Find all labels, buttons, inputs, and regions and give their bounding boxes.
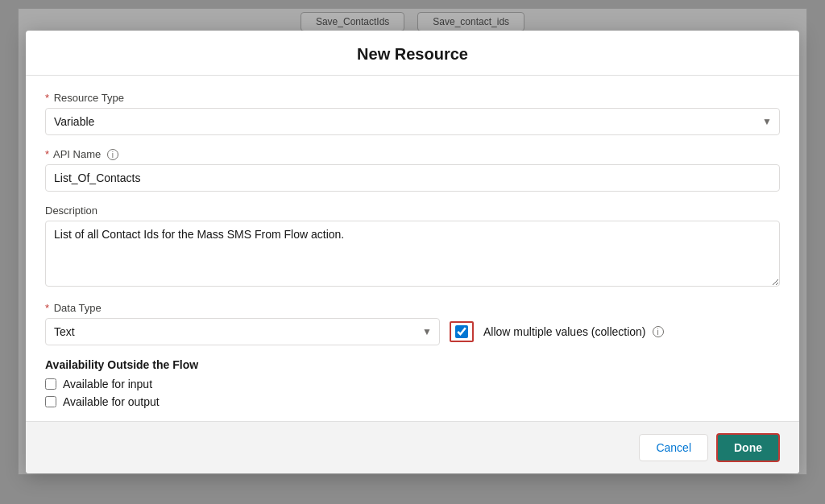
resource-type-required: * xyxy=(45,92,49,104)
data-type-row: Text Number Currency Boolean Date DateTi… xyxy=(45,318,780,345)
data-type-label: * Data Type xyxy=(45,302,780,314)
collection-checkbox[interactable] xyxy=(455,325,468,338)
resource-type-label: * Resource Type xyxy=(45,92,780,104)
resource-type-select-wrapper: Variable Constant Formula Stage ▼ xyxy=(45,108,780,135)
availability-section: Availability Outside the Flow Available … xyxy=(45,358,780,408)
data-type-required: * xyxy=(45,302,49,314)
api-name-input[interactable] xyxy=(45,164,780,192)
modal-header: New Resource xyxy=(26,31,799,76)
available-for-output-checkbox[interactable] xyxy=(45,396,56,407)
api-name-group: * API Name i xyxy=(45,148,780,192)
collection-info-icon[interactable]: i xyxy=(653,326,664,337)
available-for-output-label[interactable]: Available for output xyxy=(63,395,160,408)
api-name-required: * xyxy=(45,148,49,160)
description-group: Description List of all Contact Ids for … xyxy=(45,204,780,289)
available-for-input-label[interactable]: Available for input xyxy=(63,378,152,390)
modal-overlay: New Resource * Resource Type Variable Co… xyxy=(0,0,825,504)
modal-footer: Cancel Done xyxy=(26,421,799,473)
api-name-info-icon[interactable]: i xyxy=(107,149,118,160)
modal-title: New Resource xyxy=(357,45,468,63)
description-label: Description xyxy=(45,204,780,217)
resource-type-group: * Resource Type Variable Constant Formul… xyxy=(45,92,780,135)
modal-body: * Resource Type Variable Constant Formul… xyxy=(26,76,799,422)
cancel-button[interactable]: Cancel xyxy=(639,434,708,461)
resource-type-select[interactable]: Variable Constant Formula Stage xyxy=(45,108,780,135)
available-for-input-checkbox[interactable] xyxy=(45,378,56,390)
done-button[interactable]: Done xyxy=(716,433,780,462)
availability-title: Availability Outside the Flow xyxy=(45,358,780,371)
collection-checkbox-wrapper xyxy=(450,321,474,342)
data-type-select[interactable]: Text Number Currency Boolean Date DateTi… xyxy=(45,318,440,345)
new-resource-modal: New Resource * Resource Type Variable Co… xyxy=(26,31,799,474)
data-type-select-wrapper: Text Number Currency Boolean Date DateTi… xyxy=(45,318,440,345)
description-textarea[interactable]: List of all Contact Ids for the Mass SMS… xyxy=(45,221,780,287)
available-for-input-row: Available for input xyxy=(45,378,780,390)
data-type-group: * Data Type Text Number Currency Boolean… xyxy=(45,302,780,345)
api-name-label: * API Name i xyxy=(45,148,780,161)
available-for-output-row: Available for output xyxy=(45,395,780,408)
collection-label: Allow multiple values (collection) i xyxy=(483,325,664,338)
